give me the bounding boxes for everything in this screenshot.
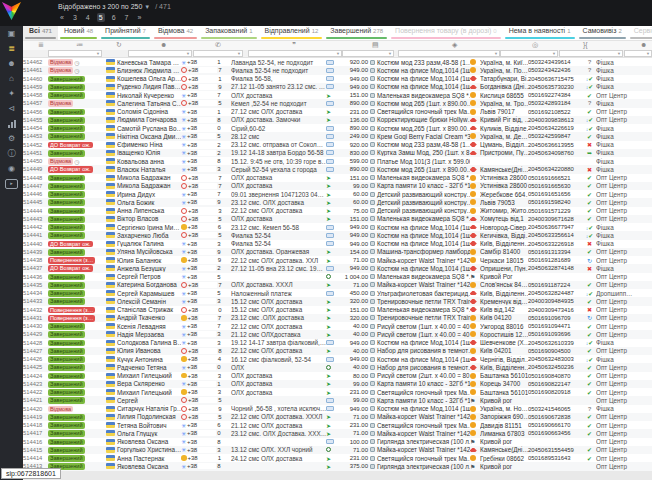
table-row[interactable]: 514435ЗавершенийКатерина Богданова+387ОЛ… bbox=[23, 281, 652, 289]
table-row[interactable]: 514441ЗавершенийЗахарченко Люба+385Фиалк… bbox=[23, 231, 652, 239]
sidebar-item-video-icon[interactable]: ▸ bbox=[0, 176, 23, 191]
table-row[interactable]: 514460ЗавершенийКошелева Ольга Ар…+381Фи… bbox=[23, 75, 652, 83]
sidebar-item-purchases-icon[interactable]: ✦ bbox=[0, 86, 23, 101]
table-row[interactable]: 514461Відмова◷Близнюк Людмила …+387Фиалк… bbox=[23, 66, 652, 74]
pager-page-4[interactable]: 4 bbox=[84, 13, 92, 22]
table-row[interactable]: 514424ЗавершенийМихаил Гилецький+383ОЛХ … bbox=[23, 372, 652, 380]
sidebar-item-info-icon[interactable]: ⓘ bbox=[0, 146, 23, 161]
column-manager-icon[interactable]: ☻ bbox=[640, 40, 647, 50]
sidebar-item-screens-icon[interactable]: ▣ bbox=[0, 26, 23, 41]
tab-Відправлений[interactable]: Відправлений12 bbox=[259, 26, 325, 40]
table-row[interactable]: 514421ЗавершенийСергей+38599.00Карта пам… bbox=[23, 396, 652, 404]
table-row[interactable]: 514414ЗавершенийАнна Пастернак+38124.12 … bbox=[23, 454, 652, 462]
table-row[interactable]: 514415ЗавершенийГоргулько Христина…✳+383… bbox=[23, 446, 652, 454]
tab-Прийнятий[interactable]: Прийнятий7 bbox=[99, 26, 152, 40]
sidebar-item-monitoring-icon[interactable]: ◉ bbox=[0, 161, 23, 176]
column-handshake-icon[interactable]: }{ bbox=[583, 40, 588, 50]
table-row[interactable]: 514443ЗавершенийВіктор Власов+385ОЛХ дос… bbox=[23, 215, 652, 223]
column-filter-5[interactable]: ▼ bbox=[398, 50, 500, 57]
table-row[interactable]: 514433ЗавершенийОлексій Семанін✳+38315.1… bbox=[23, 297, 652, 305]
column-payment-icon[interactable]: ▤ bbox=[372, 40, 379, 50]
table-row[interactable]: 514440ДО Возврат ож.Гуцалюк Галина✳+383Ф… bbox=[23, 240, 652, 248]
pager-page-7[interactable]: 7 bbox=[123, 13, 131, 22]
column-customer-icon[interactable]: ☻ bbox=[160, 40, 167, 50]
table-row[interactable]: 514439ЗавершенийУляна Мусійовська✳+389ОЛ… bbox=[23, 248, 652, 256]
table-row[interactable]: 514425ЗавершенийРадченко Тетяна✳+380ОЛХ4… bbox=[23, 363, 652, 371]
table-row[interactable]: 514432Повернення (з…Станіслав Стрижак+38… bbox=[23, 306, 652, 314]
pager-next-icon[interactable]: » bbox=[135, 13, 143, 22]
table-row[interactable]: 514442ЗавершенийСергієнко Ірина Ми…+3862… bbox=[23, 223, 652, 231]
table-row[interactable]: 514452ДО Возврат ож.Єфименко Ніна✳+38223… bbox=[23, 141, 652, 149]
sidebar-item-orders-icon[interactable]: ≣ bbox=[0, 41, 23, 56]
app-logo-icon[interactable] bbox=[2, 2, 21, 20]
table-row[interactable]: 514426ЗавершенийКучук Антонина+38416.12 … bbox=[23, 355, 652, 363]
table-row[interactable]: 514419ЗавершенийЛилия Подолинская+38522.… bbox=[23, 413, 652, 421]
table-row[interactable]: 514454ЗавершенийСамотій Руслана Во…✳+380… bbox=[23, 124, 652, 132]
column-filter-7[interactable]: ▼ bbox=[559, 50, 623, 57]
table-row[interactable]: 514422ЗавершенийМихаил Гилецький+383ОЛХ … bbox=[23, 388, 652, 396]
pager-prev-icon[interactable]: « bbox=[58, 13, 66, 22]
table-row[interactable]: 514437ДО Возврат ож.Анжела Безушку✳+3822… bbox=[23, 264, 652, 272]
table-row[interactable]: 514445ЗавершенийОльга Божик✳+38923.12 см… bbox=[23, 198, 652, 206]
table-row[interactable]: 514430ЗавершенийКсенія Левадняя✳+38722.1… bbox=[23, 322, 652, 330]
table-row[interactable]: 514453ЗавершенийНікітіна Оксана Дми…✳+38… bbox=[23, 132, 652, 140]
column-comment-icon[interactable]: ❞ bbox=[292, 40, 296, 50]
pager-page-3[interactable]: 3 bbox=[71, 13, 79, 22]
table-row[interactable]: 514413ЗавершенийЯковлева Оксана✳+388➤375… bbox=[23, 462, 652, 470]
table-row[interactable]: 514455ЗавершенийЛюдмила Гончарова✳+388ОЛ… bbox=[23, 116, 652, 124]
sidebar-item-statistics-icon[interactable] bbox=[0, 116, 23, 131]
tab-Відмова[interactable]: Відмова42 bbox=[152, 26, 199, 40]
column-phone-icon[interactable]: ✆ bbox=[215, 40, 221, 50]
table-row[interactable]: 514446ЗавершенийИрина Дидух✳+38709.01 зв… bbox=[23, 190, 652, 198]
column-location-icon[interactable]: ◎ bbox=[532, 40, 538, 50]
pager-page-5[interactable]: 5 bbox=[97, 13, 105, 22]
table-row[interactable]: 514457ВідмоваСалегина Татьяна С…+385Кеме… bbox=[23, 99, 652, 107]
column-filter-0[interactable]: ▼ bbox=[48, 50, 102, 57]
table-row[interactable]: 514451ЗавершенийІващенко Юлія✳+38219.12 … bbox=[23, 149, 652, 157]
table-row[interactable]: 514450Відмова◷Ковальова анна✳+38815.12. … bbox=[23, 157, 652, 165]
tab-Запакований[interactable]: Запакований1 bbox=[199, 26, 258, 40]
tab-Повернення товару (в дорозі)[interactable]: Повернення товару (в дорозі)0 bbox=[389, 26, 503, 40]
table-row[interactable]: 514449ДО Возврат ож.Власюк Наталья✳+383С… bbox=[23, 165, 652, 173]
table-row[interactable]: 514416ЗавершенийЯковлева Оксана✳+388100.… bbox=[23, 438, 652, 446]
table-row[interactable]: 514423ЗавершенийВера Скляренко✳+381ОЛХ д… bbox=[23, 380, 652, 388]
table-row[interactable]: 514434ЗавершенийСергей Карамышев✳+385Нал… bbox=[23, 289, 652, 297]
tab-Нема в наявності[interactable]: Нема в наявності1 bbox=[503, 26, 577, 40]
column-checklist-icon[interactable]: ≣ bbox=[38, 40, 44, 50]
table-row[interactable]: 514427ЗавершенийЮлия Иванова+38822.12 см… bbox=[23, 347, 652, 355]
table-row[interactable]: 514462Відмова◷Каневська Тамара …✳+381Лав… bbox=[23, 58, 652, 66]
table-row[interactable]: 514429ЗавершенийНадія Мерзаєва✳+38321.12… bbox=[23, 330, 652, 338]
table-row[interactable]: 514456ЗавершенийСоломія Сідоніна✳+38127.… bbox=[23, 108, 652, 116]
sidebar-item-customers-icon[interactable]: ☻ bbox=[0, 56, 23, 71]
column-filter-3[interactable]: ▼ bbox=[248, 50, 342, 57]
tab-Завершений[interactable]: Завершений278 bbox=[324, 26, 389, 40]
column-filter-1[interactable]: ▼ bbox=[128, 50, 192, 57]
table-row[interactable]: 514447ЗавершенийМикола Бадражан+387ОЛХ д… bbox=[23, 182, 652, 190]
column-product-icon[interactable]: ◈ bbox=[452, 40, 457, 50]
table-row[interactable]: 514431Повернення (з…Андрій Ткаченко+3872… bbox=[23, 314, 652, 322]
table-row[interactable]: 514438Повернення (з…Юлия Баланюк+38922.1… bbox=[23, 256, 652, 264]
pager-page-6[interactable]: 6 bbox=[110, 13, 118, 22]
tab-Сервіси[interactable]: Сервіси0 bbox=[628, 26, 652, 40]
sidebar-item-settings-icon[interactable]: ⚙ bbox=[0, 131, 23, 146]
tab-Новий[interactable]: Новий48 bbox=[58, 26, 99, 40]
records-shown[interactable]: Відображено з 200 по 250 ▼ / 471 bbox=[58, 3, 171, 10]
tab-Всі[interactable]: Всі471 bbox=[23, 26, 58, 40]
table-row[interactable]: 514420ВідмоваСитарчук Наталія Гр…+389Чор… bbox=[23, 405, 652, 413]
tab-Самовивіз[interactable]: Самовивіз2 bbox=[577, 26, 628, 40]
table-row[interactable]: 514458ЗавершенийНиколай Кучеренко✳+387ОЛ… bbox=[23, 91, 652, 99]
column-status-refresh-icon[interactable]: ↻ bbox=[116, 40, 122, 50]
table-row[interactable]: 514417ЗавершенийОльга Глущук✳+38023.12 с… bbox=[23, 429, 652, 437]
table-row[interactable]: 514459ЗавершенийРуденко Лидия Пав…+38927… bbox=[23, 83, 652, 91]
column-tags-icon[interactable]: ≔ bbox=[76, 40, 83, 50]
column-filter-6[interactable]: ▼ bbox=[500, 50, 558, 57]
table-row[interactable]: 514436ЗавершенийСергей Петров✳+3851 004.… bbox=[23, 273, 652, 281]
table-row[interactable]: 514444ЗавершенийАнна Липенська+38322.12 … bbox=[23, 207, 652, 215]
column-filter-4[interactable]: ▼ bbox=[342, 50, 394, 57]
column-filter-8[interactable]: ▼ bbox=[624, 50, 652, 57]
table-row[interactable]: 514428ЗавершенийСолодкова Галина В…✳+383… bbox=[23, 339, 652, 347]
table-row[interactable]: 514448ЗавершенийМикола Бадражан+387ОЛХ д… bbox=[23, 174, 652, 182]
table-row[interactable]: 514418ЗавершенийТетяна Войтович✳+38621.1… bbox=[23, 421, 652, 429]
column-filter-2[interactable]: ▼ bbox=[193, 50, 243, 57]
sidebar-item-warehouse-icon[interactable]: ⌂ bbox=[0, 71, 23, 86]
